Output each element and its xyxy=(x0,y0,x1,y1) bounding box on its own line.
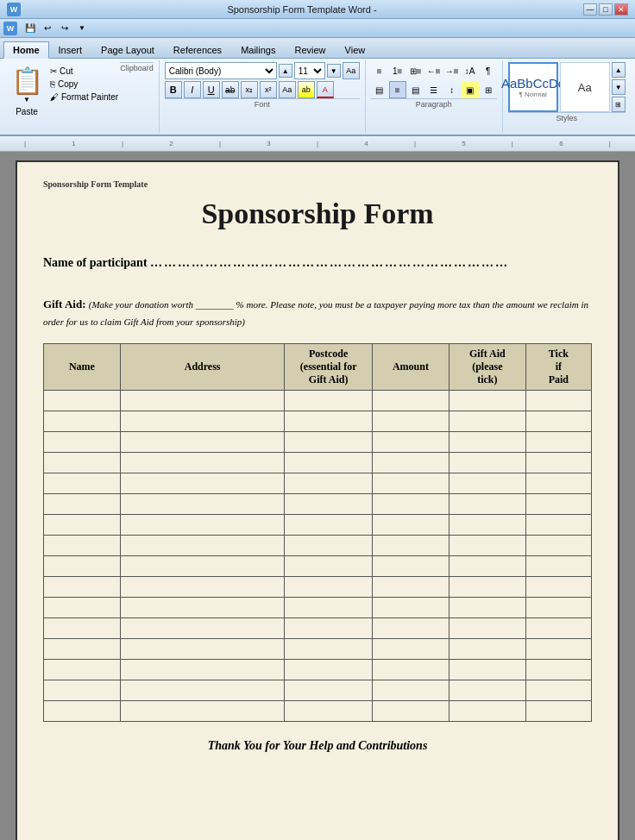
table-cell[interactable] xyxy=(449,701,525,722)
table-cell[interactable] xyxy=(285,577,373,598)
table-cell[interactable] xyxy=(44,680,121,701)
font-size-select[interactable]: 11 xyxy=(294,62,325,79)
table-cell[interactable] xyxy=(120,577,285,598)
justify-btn[interactable]: ☰ xyxy=(425,81,443,98)
table-cell[interactable] xyxy=(525,577,591,598)
table-cell[interactable] xyxy=(120,680,285,701)
bold-btn[interactable]: B xyxy=(165,81,182,98)
redo-btn[interactable]: ↪ xyxy=(57,21,72,36)
table-cell[interactable] xyxy=(449,577,525,598)
strikethrough-btn[interactable]: ab xyxy=(222,81,239,98)
styles-down-btn[interactable]: ▼ xyxy=(612,79,626,95)
superscript-btn[interactable]: x² xyxy=(260,81,277,98)
increase-indent-btn[interactable]: →≡ xyxy=(443,62,461,79)
table-cell[interactable] xyxy=(525,411,591,432)
qa-dropdown-btn[interactable]: ▼ xyxy=(74,21,90,36)
table-cell[interactable] xyxy=(372,411,449,432)
table-cell[interactable] xyxy=(525,680,591,701)
table-cell[interactable] xyxy=(285,494,373,515)
table-cell[interactable] xyxy=(44,473,121,494)
table-cell[interactable] xyxy=(449,660,525,680)
table-cell[interactable] xyxy=(372,660,449,680)
table-cell[interactable] xyxy=(285,701,373,722)
table-cell[interactable] xyxy=(372,556,449,577)
table-cell[interactable] xyxy=(449,536,525,556)
clear-format-btn[interactable]: Aa xyxy=(343,62,360,79)
undo-btn[interactable]: ↩ xyxy=(40,21,55,36)
line-spacing-btn[interactable]: ↕ xyxy=(443,81,461,98)
table-cell[interactable] xyxy=(285,598,373,618)
table-cell[interactable] xyxy=(525,660,591,680)
table-cell[interactable] xyxy=(449,556,525,577)
table-cell[interactable] xyxy=(449,639,525,660)
table-cell[interactable] xyxy=(449,432,525,453)
table-cell[interactable] xyxy=(120,598,285,618)
table-cell[interactable] xyxy=(372,618,449,639)
font-family-select[interactable]: Calibri (Body) xyxy=(165,62,277,79)
table-cell[interactable] xyxy=(120,556,285,577)
table-cell[interactable] xyxy=(372,639,449,660)
table-cell[interactable] xyxy=(44,391,121,411)
table-cell[interactable] xyxy=(372,701,449,722)
text-effects-btn[interactable]: Aa xyxy=(279,81,296,98)
subscript-btn[interactable]: x₂ xyxy=(241,81,258,98)
table-cell[interactable] xyxy=(525,536,591,556)
table-cell[interactable] xyxy=(285,680,373,701)
table-cell[interactable] xyxy=(44,536,121,556)
font-color-btn[interactable]: A xyxy=(317,81,334,98)
table-cell[interactable] xyxy=(44,494,121,515)
align-left-btn[interactable]: ▤ xyxy=(371,81,388,98)
table-cell[interactable] xyxy=(372,391,449,411)
format-painter-btn[interactable]: 🖌 Format Painter xyxy=(48,91,120,103)
styles-up-btn[interactable]: ▲ xyxy=(612,62,626,78)
table-cell[interactable] xyxy=(525,473,591,494)
table-cell[interactable] xyxy=(44,432,121,453)
table-cell[interactable] xyxy=(285,536,373,556)
table-cell[interactable] xyxy=(372,473,449,494)
decrease-indent-btn[interactable]: ←≡ xyxy=(425,62,443,79)
table-cell[interactable] xyxy=(120,639,285,660)
document-scroll-area[interactable]: Sponsorship Form Template Sponsorship Fo… xyxy=(0,152,635,840)
table-cell[interactable] xyxy=(285,391,373,411)
italic-btn[interactable]: I xyxy=(184,81,201,98)
table-cell[interactable] xyxy=(44,577,121,598)
table-cell[interactable] xyxy=(285,453,373,473)
font-size-down-btn[interactable]: ▼ xyxy=(327,64,341,78)
table-cell[interactable] xyxy=(120,432,285,453)
table-cell[interactable] xyxy=(372,432,449,453)
table-cell[interactable] xyxy=(449,598,525,618)
table-cell[interactable] xyxy=(44,453,121,473)
minimize-btn[interactable]: — xyxy=(583,3,597,16)
table-cell[interactable] xyxy=(372,453,449,473)
table-cell[interactable] xyxy=(44,556,121,577)
table-cell[interactable] xyxy=(372,577,449,598)
show-marks-btn[interactable]: ¶ xyxy=(480,62,497,79)
highlight-btn[interactable]: ab xyxy=(298,81,315,98)
table-cell[interactable] xyxy=(525,598,591,618)
table-cell[interactable] xyxy=(285,618,373,639)
table-cell[interactable] xyxy=(120,391,285,411)
table-cell[interactable] xyxy=(120,515,285,536)
align-right-btn[interactable]: ▤ xyxy=(407,81,424,98)
table-cell[interactable] xyxy=(285,473,373,494)
table-cell[interactable] xyxy=(449,411,525,432)
table-cell[interactable] xyxy=(372,494,449,515)
numbering-btn[interactable]: 1≡ xyxy=(389,62,406,79)
table-cell[interactable] xyxy=(285,411,373,432)
table-cell[interactable] xyxy=(44,639,121,660)
table-cell[interactable] xyxy=(44,618,121,639)
table-cell[interactable] xyxy=(449,515,525,536)
table-cell[interactable] xyxy=(449,473,525,494)
table-cell[interactable] xyxy=(525,432,591,453)
table-cell[interactable] xyxy=(449,618,525,639)
tab-page-layout[interactable]: Page Layout xyxy=(91,41,164,58)
tab-references[interactable]: References xyxy=(164,41,231,58)
tab-review[interactable]: Review xyxy=(285,41,335,58)
table-cell[interactable] xyxy=(285,515,373,536)
table-cell[interactable] xyxy=(285,432,373,453)
bullets-btn[interactable]: ≡ xyxy=(371,62,388,79)
table-cell[interactable] xyxy=(525,618,591,639)
table-cell[interactable] xyxy=(449,494,525,515)
table-cell[interactable] xyxy=(285,639,373,660)
table-cell[interactable] xyxy=(372,515,449,536)
